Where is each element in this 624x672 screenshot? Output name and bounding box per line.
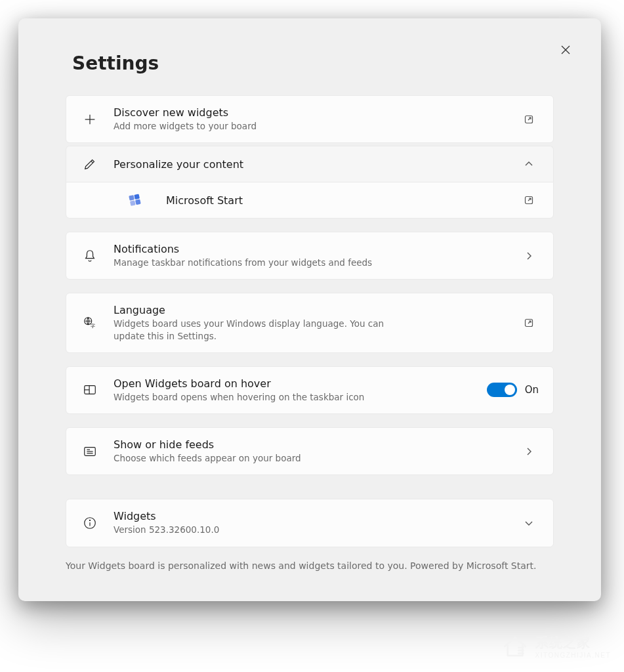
chevron-right-icon — [519, 251, 539, 261]
row-title: Discover new widgets — [114, 106, 505, 119]
row-subtitle: Widgets board opens when hovering on the… — [114, 391, 472, 403]
info-icon — [81, 516, 99, 530]
close-icon — [560, 45, 571, 55]
microsoft-start-row[interactable]: Microsoft Start — [66, 182, 554, 219]
open-external-icon — [519, 318, 539, 328]
row-title: Language — [114, 304, 505, 316]
hover-toggle-label: On — [525, 384, 539, 396]
settings-panel: Settings Discover new widgets Add more w… — [18, 18, 601, 601]
pencil-icon — [81, 157, 99, 171]
page-title: Settings — [72, 52, 567, 74]
row-title: Personalize your content — [114, 158, 505, 171]
svg-line-5 — [91, 161, 93, 163]
row-subtitle: Choose which feeds appear on your board — [114, 452, 505, 464]
board-icon — [81, 383, 99, 397]
open-on-hover-row: Open Widgets board on hover Widgets boar… — [66, 366, 554, 414]
settings-list: Discover new widgets Add more widgets to… — [66, 95, 554, 547]
svg-rect-8 — [130, 200, 136, 206]
chevron-up-icon — [519, 159, 539, 169]
svg-rect-6 — [129, 195, 135, 201]
notifications-row[interactable]: Notifications Manage taskbar notificatio… — [66, 232, 554, 280]
footer-note: Your Widgets board is personalized with … — [66, 560, 554, 571]
watermark: 系统之家 XITONGZHIJIA.NET — [501, 633, 612, 660]
row-title: Open Widgets board on hover — [114, 377, 472, 390]
row-subtitle: Version 523.32600.10.0 — [114, 524, 505, 536]
watermark-main: 系统之家 — [535, 634, 612, 652]
row-subtitle: Add more widgets to your board — [114, 120, 505, 132]
open-external-icon — [519, 114, 539, 125]
row-subtitle: Widgets board uses your Windows display … — [114, 318, 402, 341]
chevron-down-icon — [519, 518, 539, 528]
language-icon: 字 — [81, 316, 99, 330]
svg-rect-9 — [135, 200, 141, 205]
plus-icon — [81, 112, 99, 127]
open-external-icon — [519, 195, 539, 205]
row-subtitle: Manage taskbar notifications from your w… — [114, 257, 505, 268]
row-title: Notifications — [114, 243, 505, 255]
watermark-sub: XITONGZHIJIA.NET — [535, 652, 612, 659]
chevron-right-icon — [519, 446, 539, 457]
about-widgets-row[interactable]: Widgets Version 523.32600.10.0 — [66, 499, 554, 547]
microsoft-start-icon — [128, 193, 142, 207]
language-row[interactable]: 字 Language Widgets board uses your Windo… — [66, 293, 554, 352]
personalize-content-row[interactable]: Personalize your content — [66, 146, 554, 182]
hover-toggle[interactable] — [487, 383, 517, 397]
feeds-icon — [81, 444, 99, 459]
svg-rect-7 — [134, 194, 140, 200]
discover-widgets-row[interactable]: Discover new widgets Add more widgets to… — [66, 95, 554, 143]
row-title: Microsoft Start — [166, 194, 505, 207]
watermark-house-icon — [501, 633, 529, 660]
row-title: Show or hide feeds — [114, 438, 505, 451]
svg-text:字: 字 — [91, 323, 95, 329]
bell-icon — [81, 249, 99, 263]
close-button[interactable] — [555, 39, 576, 60]
show-hide-feeds-row[interactable]: Show or hide feeds Choose which feeds ap… — [66, 427, 554, 475]
row-title: Widgets — [114, 510, 505, 522]
svg-point-23 — [89, 520, 90, 520]
